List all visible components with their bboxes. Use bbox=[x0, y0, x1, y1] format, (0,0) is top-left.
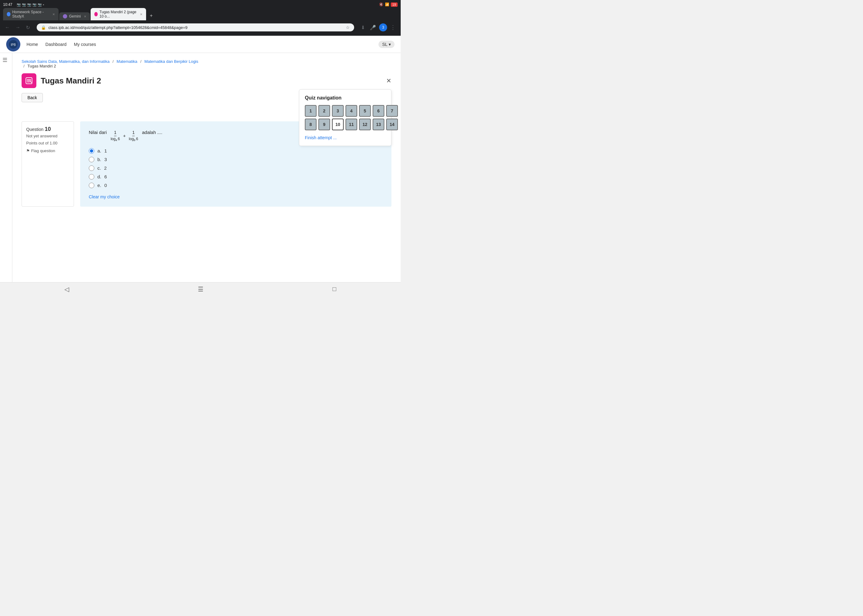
option-b[interactable]: b. 3 bbox=[89, 157, 383, 162]
breadcrumb-part1[interactable]: Sekolah Sains Data, Matematika, dan Info… bbox=[22, 59, 109, 64]
question-points: Points out of 1.00 bbox=[26, 141, 69, 145]
option-b-radio[interactable] bbox=[89, 157, 94, 162]
quiz-icon bbox=[22, 73, 36, 88]
nav-cell-2[interactable]: 2 bbox=[318, 105, 330, 117]
clear-choice-button[interactable]: Clear my choice bbox=[89, 194, 120, 199]
forward-button[interactable]: → bbox=[14, 24, 22, 31]
tab-gemini-label: Gemini bbox=[69, 14, 81, 19]
tab-studyx-close[interactable]: ✕ bbox=[52, 13, 55, 16]
panel-close-button[interactable]: ✕ bbox=[386, 77, 391, 84]
tab-gemini-favicon bbox=[63, 14, 67, 19]
math-expression: 1 log4 6 + 1 log9 6 bbox=[111, 130, 138, 142]
back-button[interactable]: ← bbox=[3, 24, 12, 31]
bottom-back-icon[interactable]: ◁ bbox=[65, 286, 69, 293]
bottom-menu-icon[interactable]: ☰ bbox=[198, 286, 203, 293]
nav-cell-1[interactable]: 1 bbox=[305, 105, 317, 117]
site-navigation: Home Dashboard My courses bbox=[27, 42, 96, 47]
site-header: IPB Home Dashboard My courses SL ▾ bbox=[0, 36, 401, 53]
nav-cell-5[interactable]: 5 bbox=[359, 105, 371, 117]
nav-cell-13[interactable]: 13 bbox=[373, 119, 384, 130]
quiz-title-row: Tugas Mandiri 2 bbox=[22, 73, 391, 88]
tab-studyx-label: Homework Space - StudyX bbox=[12, 10, 49, 19]
option-c-radio[interactable] bbox=[89, 165, 94, 171]
tab-gemini-close[interactable]: ✕ bbox=[84, 15, 86, 18]
download-icon[interactable]: ⬇ bbox=[359, 24, 367, 32]
breadcrumb-sep3: / bbox=[24, 64, 25, 68]
site-logo: IPB bbox=[6, 37, 20, 52]
option-c[interactable]: c. 2 bbox=[89, 165, 383, 171]
nav-my-courses[interactable]: My courses bbox=[74, 42, 96, 47]
user-badge[interactable]: SL ▾ bbox=[378, 41, 395, 48]
lock-icon: 🔒 bbox=[41, 25, 46, 30]
extensions-icon[interactable]: 3 bbox=[379, 24, 387, 31]
option-a-radio[interactable] bbox=[89, 148, 94, 154]
browser-status-icons: 📷 📷 📷 📷 📷 • bbox=[17, 3, 44, 7]
flag-question-button[interactable]: ⚑ Flag question bbox=[26, 148, 55, 153]
tab-gemini[interactable]: Gemini ✕ bbox=[59, 12, 90, 20]
finish-attempt-link[interactable]: Finish attempt ... bbox=[305, 135, 337, 140]
question-number: Question 10 bbox=[26, 126, 69, 132]
new-tab-button[interactable]: + bbox=[147, 11, 156, 20]
breadcrumb-sep2: / bbox=[140, 59, 142, 64]
nav-cell-14[interactable]: 14 bbox=[386, 119, 398, 130]
option-d-radio[interactable] bbox=[89, 174, 94, 179]
tab-tugas-favicon bbox=[94, 12, 98, 16]
nav-cell-3[interactable]: 3 bbox=[332, 105, 344, 117]
nav-dashboard[interactable]: Dashboard bbox=[45, 42, 66, 47]
option-e-label: e. bbox=[98, 183, 101, 188]
option-e-radio[interactable] bbox=[89, 183, 94, 188]
nav-cell-12[interactable]: 12 bbox=[359, 119, 371, 130]
microphone-icon[interactable]: 🎤 bbox=[368, 24, 378, 32]
flag-label: Flag question bbox=[31, 148, 55, 153]
tab-studyx[interactable]: Homework Space - StudyX ✕ bbox=[3, 8, 58, 20]
option-a-value: 1 bbox=[104, 148, 107, 153]
reload-button[interactable]: ↻ bbox=[24, 24, 32, 32]
option-d[interactable]: d. 6 bbox=[89, 174, 383, 179]
sidebar-toggle[interactable]: ☰ bbox=[0, 53, 12, 282]
nav-cell-4[interactable]: 4 bbox=[345, 105, 357, 117]
breadcrumb-part4: Tugas Mandiri 2 bbox=[27, 64, 56, 68]
answer-options: a. 1 b. 3 c. 2 bbox=[89, 148, 383, 188]
question-info: Question 10 Not yet answered Points out … bbox=[22, 121, 74, 207]
tab-tugas-close[interactable]: ✕ bbox=[140, 13, 142, 16]
menu-icon[interactable]: ⋮ bbox=[388, 23, 398, 32]
nav-cell-6[interactable]: 6 bbox=[373, 105, 384, 117]
breadcrumb-part3[interactable]: Matematika dan Berpikir Logis bbox=[144, 59, 198, 64]
svg-text:IPB: IPB bbox=[11, 43, 16, 47]
option-b-label: b. bbox=[98, 157, 101, 162]
tab-tugas-label: Tugas Mandiri 2 (page 10 o... bbox=[99, 10, 137, 19]
breadcrumb-part2[interactable]: Matematika bbox=[117, 59, 137, 64]
breadcrumb-sep1: / bbox=[112, 59, 114, 64]
user-initials: SL bbox=[382, 42, 387, 47]
bottom-bar: ◁ ☰ □ bbox=[0, 282, 401, 296]
breadcrumb: Sekolah Sains Data, Matematika, dan Info… bbox=[22, 59, 391, 68]
nav-cell-8[interactable]: 8 bbox=[305, 119, 317, 130]
nav-cell-7[interactable]: 7 bbox=[386, 105, 398, 117]
address-input[interactable] bbox=[49, 25, 343, 30]
back-button-quiz[interactable]: Back bbox=[22, 93, 43, 102]
nav-cell-11[interactable]: 11 bbox=[345, 119, 357, 130]
quiz-title: Tugas Mandiri 2 bbox=[41, 76, 101, 86]
option-b-value: 3 bbox=[104, 157, 107, 162]
nav-cell-9[interactable]: 9 bbox=[318, 119, 330, 130]
option-e[interactable]: e. 0 bbox=[89, 183, 383, 188]
flag-icon: ⚑ bbox=[26, 148, 30, 153]
option-c-value: 2 bbox=[104, 165, 107, 171]
browser-system-icons: 🔇📶19 bbox=[379, 2, 398, 7]
browser-time: 10:47 bbox=[3, 2, 12, 7]
tab-studyx-favicon bbox=[7, 12, 11, 16]
nav-home[interactable]: Home bbox=[27, 42, 38, 47]
option-c-label: c. bbox=[98, 165, 101, 171]
question-status: Not yet answered bbox=[26, 134, 69, 138]
option-a-label: a. bbox=[98, 148, 101, 153]
option-d-label: d. bbox=[98, 174, 101, 179]
bookmark-icon[interactable]: ☆ bbox=[346, 25, 350, 30]
option-e-value: 0 bbox=[104, 183, 107, 188]
quiz-navigation-panel: Quiz navigation 1 2 3 4 5 6 7 8 9 10 11 … bbox=[299, 89, 391, 146]
tab-tugas[interactable]: Tugas Mandiri 2 (page 10 o... ✕ bbox=[91, 8, 146, 20]
bottom-home-icon[interactable]: □ bbox=[332, 286, 336, 292]
option-d-value: 6 bbox=[104, 174, 107, 179]
nav-grid: 1 2 3 4 5 6 7 8 9 10 11 12 13 14 bbox=[305, 105, 386, 130]
nav-cell-10[interactable]: 10 bbox=[332, 119, 344, 130]
option-a[interactable]: a. 1 bbox=[89, 148, 383, 154]
